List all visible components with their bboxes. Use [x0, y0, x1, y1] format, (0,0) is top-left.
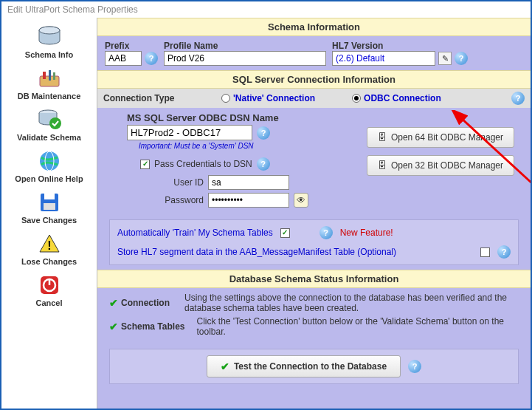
svg-text:!: ! — [47, 239, 51, 252]
password-label: Password — [156, 195, 204, 205]
svg-rect-5 — [53, 72, 55, 80]
sidebar-item-schema-info[interactable]: Schema Info — [1, 22, 97, 64]
svg-point-8 — [40, 151, 59, 171]
help-icon[interactable]: ? — [257, 126, 270, 140]
section-header-schema-info: Schema Information — [97, 18, 531, 36]
tools-icon — [36, 65, 63, 92]
dsn-note: Important: Must be a 'System' DSN — [139, 142, 352, 150]
globe-icon — [36, 148, 63, 174]
help-icon[interactable]: ? — [257, 157, 270, 171]
open-32bit-odbc-button[interactable]: 🗄 Open 32 Bit ODBC Manager — [367, 155, 514, 176]
radio-label: 'Native' Connection — [233, 93, 315, 103]
section-header-sql-conn: SQL Server Connection Information — [97, 70, 531, 89]
sidebar-item-lose-changes[interactable]: ! Lose Changes — [1, 229, 97, 270]
status-connection-text: Using the settings above the connection … — [184, 293, 519, 313]
check-icon: ✔ — [109, 321, 118, 332]
sidebar-label: Lose Changes — [1, 257, 97, 266]
button-label: Test the Connection to the Database — [234, 361, 387, 372]
odbc-icon: 🗄 — [378, 160, 387, 171]
window-title: Edit UltraPort Schema Properties — [1, 1, 531, 18]
user-id-label: User ID — [156, 177, 204, 188]
edit-icon[interactable]: ✎ — [438, 52, 452, 65]
odbc-icon: 🗄 — [378, 132, 387, 143]
status-schema-text: Click the 'Test Connection' button below… — [196, 316, 519, 337]
train-tables-checkbox[interactable] — [280, 228, 290, 238]
profile-label: Profile Name — [164, 41, 326, 51]
help-icon[interactable]: ? — [511, 92, 525, 105]
train-tables-label: Automatically 'Train' My Schema Tables — [117, 228, 273, 238]
status-schema-label: Schema Tables — [121, 321, 184, 332]
button-label: Open 64 Bit ODBC Manager — [391, 132, 503, 143]
svg-rect-12 — [44, 203, 55, 210]
store-hl7-label: Store HL7 segment data in the AAB_Messag… — [117, 247, 396, 257]
password-input[interactable] — [208, 193, 289, 208]
test-connection-button[interactable]: ✔ Test the Connection to the Database — [207, 355, 401, 377]
prefix-input[interactable] — [105, 51, 142, 66]
sidebar-item-save-changes[interactable]: Save Changes — [1, 188, 97, 229]
connection-type-label: Connection Type — [103, 93, 192, 103]
open-64bit-odbc-button[interactable]: 🗄 Open 64 Bit ODBC Manager — [367, 127, 514, 148]
check-icon: ✔ — [109, 297, 118, 309]
help-icon[interactable]: ? — [455, 52, 468, 65]
sidebar-item-online-help[interactable]: Open Online Help — [1, 146, 97, 188]
svg-point-7 — [49, 117, 61, 129]
radio-circle — [221, 94, 230, 103]
user-id-input[interactable] — [208, 175, 289, 190]
radio-odbc-connection[interactable]: ODBC Connection — [352, 93, 441, 103]
radio-native-connection[interactable]: 'Native' Connection — [221, 93, 315, 103]
sidebar-item-cancel[interactable]: Cancel — [1, 270, 97, 312]
svg-point-1 — [39, 27, 60, 34]
database-icon — [36, 24, 63, 50]
power-icon — [36, 272, 63, 298]
help-icon[interactable]: ? — [497, 245, 511, 259]
save-icon — [36, 189, 63, 216]
prefix-label: Prefix — [105, 41, 158, 51]
database-check-icon — [36, 106, 63, 133]
hl7-version-field[interactable] — [332, 51, 435, 66]
sidebar: Schema Info DB Maintenance Validate Sche… — [1, 18, 97, 409]
store-hl7-checkbox[interactable] — [480, 247, 490, 257]
sidebar-label: Open Online Help — [1, 174, 97, 183]
sidebar-label: Save Changes — [1, 216, 97, 225]
sidebar-label: Validate Schema — [1, 133, 97, 142]
main-panel: Schema Information Prefix ? Profile Name — [97, 18, 531, 409]
help-icon[interactable]: ? — [145, 52, 158, 65]
warning-icon: ! — [36, 230, 63, 257]
svg-rect-11 — [44, 194, 55, 199]
dsn-heading: MS SQL Server ODBC DSN Name — [127, 112, 352, 123]
profile-input[interactable] — [164, 51, 326, 66]
radio-circle-selected — [352, 94, 361, 103]
check-icon: ✔ — [221, 361, 229, 372]
status-connection-label: Connection — [121, 298, 170, 308]
help-icon[interactable]: ? — [319, 226, 333, 239]
sidebar-label: DB Maintenance — [1, 92, 97, 100]
new-feature-label: New Feature! — [340, 228, 393, 238]
sidebar-label: Cancel — [1, 298, 97, 307]
svg-rect-4 — [49, 70, 51, 81]
sidebar-item-db-maintenance[interactable]: DB Maintenance — [1, 64, 97, 105]
radio-label: ODBC Connection — [364, 93, 441, 103]
section-header-db-status: Database Schema Status Information — [97, 270, 531, 288]
reveal-password-icon[interactable]: 👁 — [294, 193, 308, 208]
sidebar-item-validate-schema[interactable]: Validate Schema — [1, 105, 97, 146]
help-icon[interactable]: ? — [408, 360, 421, 373]
svg-rect-3 — [43, 72, 46, 79]
sidebar-label: Schema Info — [1, 50, 97, 59]
pass-credentials-label: Pass Credentials to DSN — [154, 159, 252, 169]
hl7-label: HL7 Version — [332, 41, 468, 51]
pass-credentials-checkbox[interactable] — [140, 160, 150, 169]
dsn-input[interactable] — [127, 125, 252, 140]
button-label: Open 32 Bit ODBC Manager — [391, 160, 503, 171]
